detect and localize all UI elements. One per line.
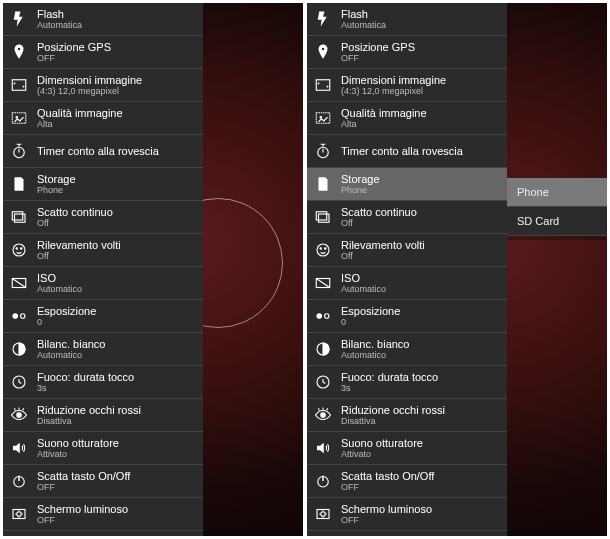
setting-title: Suono otturatore <box>341 437 423 449</box>
setting-pin[interactable]: Posizione GPSOFF <box>3 36 203 69</box>
setting-redeye[interactable]: Riduzione occhi rossiDisattiva <box>3 399 203 432</box>
setting-sd[interactable]: StoragePhone <box>3 168 203 201</box>
clock-icon <box>313 372 333 392</box>
setting-sound[interactable]: Suono otturatoreAttivato <box>307 432 507 465</box>
setting-wb[interactable]: Bilanc. biancoAutomatico <box>3 333 203 366</box>
svg-point-12 <box>21 248 23 250</box>
setting-title: Dimensioni immagine <box>341 74 446 86</box>
setting-value: Disattiva <box>37 417 141 427</box>
face-icon <box>313 240 333 260</box>
svg-point-18 <box>17 413 22 418</box>
setting-title: Rilevamento volti <box>37 239 121 251</box>
svg-point-22 <box>321 47 325 51</box>
setting-exposure[interactable]: Esposizione0 <box>307 300 507 333</box>
power-icon <box>313 471 333 491</box>
setting-clock[interactable]: Fuoco: durata tocco3s <box>307 366 507 399</box>
resize-icon <box>9 75 29 95</box>
iso-icon <box>9 273 29 293</box>
setting-title: Saturazione <box>37 536 121 537</box>
setting-value: Off <box>37 252 121 262</box>
wb-icon <box>313 339 333 359</box>
setting-value: Automatico <box>37 285 82 295</box>
setting-burst[interactable]: Scatto continuoOff <box>307 201 507 234</box>
svg-rect-5 <box>16 179 17 181</box>
setting-brightness[interactable]: Schermo luminosoOFF <box>307 498 507 531</box>
svg-point-25 <box>320 117 322 119</box>
setting-redeye[interactable]: Riduzione occhi rossiDisattiva <box>307 399 507 432</box>
redeye-icon <box>313 405 333 425</box>
setting-title: Scatto continuo <box>37 206 113 218</box>
flash-icon <box>313 9 333 29</box>
setting-dropper[interactable]: SaturazioneLivello 5 (predefinito) <box>3 531 203 536</box>
setting-pin[interactable]: Posizione GPSOFF <box>307 36 507 69</box>
setting-exposure[interactable]: Esposizione0 <box>3 300 203 333</box>
pin-icon <box>9 42 29 62</box>
setting-timer[interactable]: Timer conto alla rovescia <box>3 135 203 168</box>
setting-dropper[interactable]: SaturazioneLivello 5 (predefinito) <box>307 531 507 536</box>
setting-face[interactable]: Rilevamento voltiOff <box>3 234 203 267</box>
setting-clock[interactable]: Fuoco: durata tocco3s <box>3 366 203 399</box>
setting-title: Storage <box>37 173 76 185</box>
svg-point-11 <box>16 248 18 250</box>
setting-value: Disattiva <box>341 417 445 427</box>
setting-title: Bilanc. bianco <box>341 338 410 350</box>
timer-icon <box>313 141 333 161</box>
setting-value: 0 <box>37 318 96 328</box>
setting-wb[interactable]: Bilanc. biancoAutomatico <box>307 333 507 366</box>
setting-value: (4:3) 12,0 megapixel <box>341 87 446 97</box>
setting-burst[interactable]: Scatto continuoOff <box>3 201 203 234</box>
brightness-icon <box>313 504 333 524</box>
setting-quality[interactable]: Qualità immagineAlta <box>307 102 507 135</box>
exposure-icon <box>313 306 333 326</box>
setting-sound[interactable]: Suono otturatoreAttivato <box>3 432 203 465</box>
svg-point-21 <box>17 512 22 517</box>
setting-value: OFF <box>341 516 432 526</box>
svg-point-14 <box>13 314 18 319</box>
phone-left: FlashAutomaticaPosizione GPSOFFDimension… <box>3 3 303 536</box>
setting-value: Alta <box>37 120 123 130</box>
setting-power[interactable]: Scatta tasto On/OffOFF <box>3 465 203 498</box>
setting-value: Automatica <box>341 21 386 31</box>
setting-resize[interactable]: Dimensioni immagine(4:3) 12,0 megapixel <box>307 69 507 102</box>
setting-resize[interactable]: Dimensioni immagine(4:3) 12,0 megapixel <box>3 69 203 102</box>
storage-option-sd-card[interactable]: SD Card <box>507 207 607 236</box>
wb-icon <box>9 339 29 359</box>
setting-value: Phone <box>341 186 380 196</box>
setting-value: Off <box>341 252 425 262</box>
setting-value: OFF <box>341 483 434 493</box>
setting-title: Storage <box>341 173 380 185</box>
setting-brightness[interactable]: Schermo luminosoOFF <box>3 498 203 531</box>
setting-title: Flash <box>341 8 386 20</box>
sound-icon <box>9 438 29 458</box>
power-icon <box>9 471 29 491</box>
setting-iso[interactable]: ISOAutomatico <box>3 267 203 300</box>
setting-power[interactable]: Scatta tasto On/OffOFF <box>307 465 507 498</box>
setting-title: Esposizione <box>37 305 96 317</box>
flash-icon <box>9 9 29 29</box>
setting-iso[interactable]: ISOAutomatico <box>307 267 507 300</box>
setting-value: Alta <box>341 120 427 130</box>
setting-flash[interactable]: FlashAutomatica <box>3 3 203 36</box>
setting-title: Dimensioni immagine <box>37 74 142 86</box>
setting-title: Timer conto alla rovescia <box>37 145 159 157</box>
brightness-icon <box>9 504 29 524</box>
svg-point-36 <box>317 314 322 319</box>
setting-face[interactable]: Rilevamento voltiOff <box>307 234 507 267</box>
screenshots-container: FlashAutomaticaPosizione GPSOFFDimension… <box>0 0 610 539</box>
setting-title: Scatto continuo <box>341 206 417 218</box>
burst-icon <box>9 207 29 227</box>
setting-timer[interactable]: Timer conto alla rovescia <box>307 135 507 168</box>
svg-rect-6 <box>18 179 19 181</box>
setting-sd[interactable]: StoragePhone <box>307 168 507 201</box>
svg-point-34 <box>325 248 327 250</box>
setting-title: Scatta tasto On/Off <box>341 470 434 482</box>
storage-option-phone[interactable]: Phone <box>507 178 607 207</box>
redeye-icon <box>9 405 29 425</box>
setting-value: Off <box>341 219 417 229</box>
setting-title: Fuoco: durata tocco <box>37 371 134 383</box>
setting-flash[interactable]: FlashAutomatica <box>307 3 507 36</box>
setting-value: Phone <box>37 186 76 196</box>
svg-rect-9 <box>12 212 23 220</box>
setting-quality[interactable]: Qualità immagineAlta <box>3 102 203 135</box>
setting-value: (4:3) 12,0 megapixel <box>37 87 142 97</box>
